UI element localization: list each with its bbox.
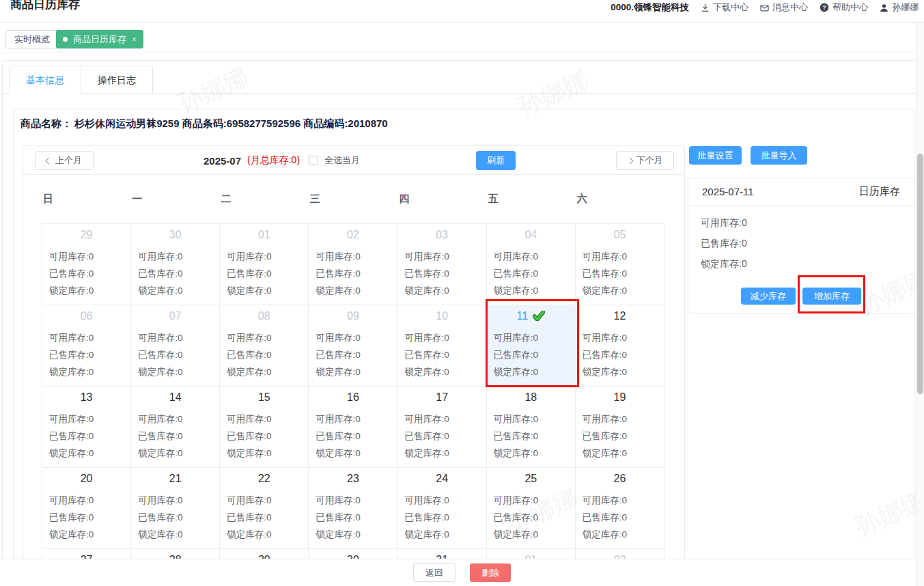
calendar-day-cell[interactable]: 23 可用库存:0已售库存:0锁定库存:0	[309, 468, 397, 549]
inventory-line: 可用库存:0	[398, 410, 486, 428]
weekday-label: 二	[220, 193, 309, 217]
calendar-day-cell[interactable]: 13 可用库存:0已售库存:0锁定库存:0	[42, 387, 131, 468]
inventory-line: 已售库存:0	[131, 509, 219, 526]
help-center-link[interactable]: ? 帮助中心	[820, 1, 868, 14]
calendar-day-cell[interactable]: 05 可用库存:0已售库存:0锁定库存:0	[576, 224, 664, 305]
calendar-day-cell[interactable]: 19 可用库存:0已售库存:0锁定库存:0	[576, 387, 664, 468]
calendar-day-cell[interactable]: 25 可用库存:0已售库存:0锁定库存:0	[487, 468, 576, 549]
tab-basic-info[interactable]: 基本信息	[9, 66, 81, 94]
day-number: 26	[576, 473, 664, 488]
calendar-day-cell[interactable]: 12 可用库存:0已售库存:0锁定库存:0	[576, 305, 664, 387]
day-number: 16	[309, 391, 397, 406]
inventory-line: 锁定库存:0	[42, 445, 130, 462]
calendar-day-cell[interactable]: 03 可用库存:0已售库存:0锁定库存:0	[398, 224, 487, 305]
tab-label: 商品日历库存	[73, 33, 126, 46]
day-number: 08	[220, 310, 308, 325]
day-detail-body: 可用库存:0已售库存:0锁定库存:0	[688, 206, 914, 274]
calendar-day-cell[interactable]: 11 可用库存:0已售库存:0锁定库存:0	[487, 305, 576, 387]
inventory-line: 已售库存:0	[42, 346, 130, 363]
calendar-day-cell[interactable]: 07 可用库存:0已售库存:0锁定库存:0	[131, 305, 220, 387]
tab-operation-log[interactable]: 操作日志	[81, 66, 153, 94]
calendar-day-cell[interactable]: 20 可用库存:0已售库存:0锁定库存:0	[42, 468, 131, 549]
calendar-day-cell[interactable]: 16 可用库存:0已售库存:0锁定库存:0	[309, 387, 397, 468]
day-number: 15	[220, 391, 308, 406]
batch-import-button[interactable]: 批量导入	[751, 146, 807, 165]
calendar-day-cell[interactable]: 15 可用库存:0已售库存:0锁定库存:0	[220, 387, 309, 468]
user-menu[interactable]: 孙娜娜	[880, 1, 919, 14]
inventory-line: 可用库存:0	[131, 410, 219, 428]
day-number: 12	[576, 310, 664, 325]
inventory-line: 锁定库存:0	[309, 363, 397, 380]
button-label: 批量设置	[698, 150, 733, 162]
inventory-line: 已售库存:0	[701, 233, 901, 253]
calendar-day-cell[interactable]: 24 可用库存:0已售库存:0锁定库存:0	[398, 468, 487, 549]
calendar-day-cell[interactable]: 17 可用库存:0已售库存:0锁定库存:0	[398, 387, 487, 468]
day-number: 01	[220, 229, 308, 244]
inventory-line: 可用库存:0	[309, 329, 397, 346]
inventory-line: 可用库存:0	[42, 492, 130, 509]
scrollbar-thumb[interactable]	[917, 154, 923, 394]
batch-set-button[interactable]: 批量设置	[689, 146, 742, 165]
inventory-line: 可用库存:0	[487, 248, 575, 265]
top-menu: 0000.领锋智能科技 下载中心 消息中心 ? 帮助中心	[611, 0, 919, 15]
inventory-line: 可用库存:0	[487, 410, 575, 428]
prev-month-button[interactable]: 上个月	[35, 151, 94, 170]
button-label: 下个月	[636, 154, 663, 167]
tab-realtime-overview[interactable]: 实时概览	[5, 30, 59, 48]
next-month-button[interactable]: 下个月	[616, 151, 674, 170]
inventory-line: 已售库存:0	[309, 265, 397, 282]
increase-stock-button[interactable]: 增加库存	[802, 288, 861, 305]
select-month-checkbox[interactable]	[309, 156, 318, 165]
download-center-link[interactable]: 下载中心	[701, 1, 748, 14]
day-number: 04	[487, 229, 575, 244]
calendar-day-cell[interactable]: 02 可用库存:0已售库存:0锁定库存:0	[309, 224, 397, 305]
weekday-label: 日	[42, 193, 130, 217]
active-dot-icon	[63, 37, 68, 42]
inventory-line: 已售库存:0	[220, 509, 308, 526]
inventory-line: 锁定库存:0	[398, 282, 486, 299]
inventory-line: 已售库存:0	[576, 428, 664, 445]
inventory-line: 已售库存:0	[398, 428, 486, 445]
select-month-label: 全选当月	[324, 154, 360, 167]
delete-button[interactable]: 删除	[470, 563, 511, 582]
calendar-day-cell[interactable]: 06 可用库存:0已售库存:0锁定库存:0	[42, 305, 131, 387]
top-header-bar: 商品日历库存 0000.领锋智能科技 下载中心 消息中心 ? 帮助中心	[0, 0, 924, 23]
product-info-line: 商品名称： 杉杉休闲运动男袜9259 商品条码:6958277592596 商品…	[20, 117, 388, 130]
day-number: 09	[309, 310, 397, 325]
page-scrollbar[interactable]	[916, 23, 924, 586]
inventory-line: 锁定库存:0	[131, 445, 219, 462]
refresh-button[interactable]: 刷新	[476, 151, 516, 170]
inventory-line: 可用库存:0	[220, 492, 308, 509]
back-button[interactable]: 返回	[413, 563, 456, 582]
check-icon	[533, 311, 545, 321]
day-number: 10	[398, 310, 486, 325]
main-content-card: 基本信息 操作日志 商品名称： 杉杉休闲运动男袜9259 商品条码:695827…	[2, 60, 917, 586]
calendar-day-cell[interactable]: 10 可用库存:0已售库存:0锁定库存:0	[398, 305, 487, 387]
day-number: 14	[131, 391, 219, 406]
inventory-line: 锁定库存:0	[220, 282, 308, 299]
inventory-line: 锁定库存:0	[131, 363, 219, 380]
inventory-line: 可用库存:0	[487, 329, 575, 346]
calendar-day-cell[interactable]: 18 可用库存:0已售库存:0锁定库存:0	[487, 387, 576, 468]
calendar-day-cell[interactable]: 14 可用库存:0已售库存:0锁定库存:0	[131, 387, 220, 468]
calendar-day-cell[interactable]: 04 可用库存:0已售库存:0锁定库存:0	[487, 224, 576, 305]
message-center-link[interactable]: 消息中心	[760, 1, 808, 14]
calendar-day-cell[interactable]: 21 可用库存:0已售库存:0锁定库存:0	[131, 468, 220, 549]
day-number: 18	[487, 391, 575, 406]
tab-product-calendar-stock[interactable]: 商品日历库存 ×	[56, 30, 143, 48]
calendar-day-cell[interactable]: 26 可用库存:0已售库存:0锁定库存:0	[576, 468, 664, 549]
button-label: 批量导入	[761, 150, 797, 162]
calendar-day-cell[interactable]: 29 可用库存:0已售库存:0锁定库存:0	[42, 224, 131, 305]
close-icon[interactable]: ×	[132, 36, 137, 44]
calendar-day-cell[interactable]: 01 可用库存:0已售库存:0锁定库存:0	[220, 224, 309, 305]
inventory-line: 已售库存:0	[398, 265, 486, 282]
inventory-line: 可用库存:0	[220, 329, 308, 346]
inventory-line: 已售库存:0	[131, 428, 219, 445]
day-detail-title: 日历库存	[859, 185, 900, 198]
calendar-day-cell[interactable]: 22 可用库存:0已售库存:0锁定库存:0	[220, 468, 309, 549]
calendar-day-cell[interactable]: 08 可用库存:0已售库存:0锁定库存:0	[220, 305, 309, 387]
decrease-stock-button[interactable]: 减少库存	[741, 288, 796, 305]
day-number: 07	[131, 310, 219, 325]
calendar-day-cell[interactable]: 09 可用库存:0已售库存:0锁定库存:0	[309, 305, 397, 387]
calendar-day-cell[interactable]: 30 可用库存:0已售库存:0锁定库存:0	[131, 224, 220, 305]
